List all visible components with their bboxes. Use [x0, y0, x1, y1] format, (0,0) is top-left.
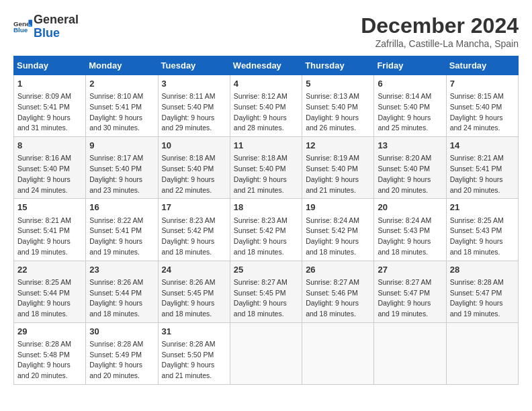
day-info: Sunrise: 8:18 AM Sunset: 5:40 PM Dayligh…	[162, 154, 216, 193]
calendar-cell: 26Sunrise: 8:27 AM Sunset: 5:46 PM Dayli…	[302, 261, 374, 322]
calendar-cell: 8Sunrise: 8:16 AM Sunset: 5:40 PM Daylig…	[14, 137, 86, 199]
day-info: Sunrise: 8:16 AM Sunset: 5:40 PM Dayligh…	[17, 154, 71, 193]
calendar-cell: 23Sunrise: 8:26 AM Sunset: 5:44 PM Dayli…	[86, 261, 158, 322]
calendar-cell	[446, 322, 518, 384]
calendar-cell: 21Sunrise: 8:25 AM Sunset: 5:43 PM Dayli…	[446, 199, 518, 261]
day-number: 7	[450, 78, 515, 90]
week-row-3: 15Sunrise: 8:21 AM Sunset: 5:41 PM Dayli…	[14, 199, 519, 261]
day-info: Sunrise: 8:27 AM Sunset: 5:47 PM Dayligh…	[378, 278, 431, 318]
day-info: Sunrise: 8:19 AM Sunset: 5:40 PM Dayligh…	[306, 154, 359, 193]
calendar-table: SundayMondayTuesdayWednesdayThursdayFrid…	[13, 56, 519, 385]
day-info: Sunrise: 8:28 AM Sunset: 5:49 PM Dayligh…	[89, 340, 143, 379]
calendar-cell: 27Sunrise: 8:27 AM Sunset: 5:47 PM Dayli…	[374, 261, 446, 322]
calendar-cell: 9Sunrise: 8:17 AM Sunset: 5:40 PM Daylig…	[86, 137, 158, 199]
day-number: 4	[234, 78, 298, 90]
location-subtitle: Zafrilla, Castille-La Mancha, Spain	[361, 38, 519, 49]
calendar-cell	[302, 322, 374, 384]
logo-text-line1: General	[34, 13, 79, 27]
calendar-cell	[374, 322, 446, 384]
day-info: Sunrise: 8:13 AM Sunset: 5:40 PM Dayligh…	[306, 92, 359, 132]
calendar-cell: 7Sunrise: 8:15 AM Sunset: 5:40 PM Daylig…	[446, 75, 518, 137]
day-info: Sunrise: 8:23 AM Sunset: 5:42 PM Dayligh…	[162, 216, 216, 256]
calendar-cell: 15Sunrise: 8:21 AM Sunset: 5:41 PM Dayli…	[14, 199, 86, 261]
calendar-cell: 2Sunrise: 8:10 AM Sunset: 5:41 PM Daylig…	[86, 75, 158, 137]
day-number: 18	[234, 201, 298, 214]
day-info: Sunrise: 8:14 AM Sunset: 5:40 PM Dayligh…	[378, 92, 431, 132]
calendar-cell: 12Sunrise: 8:19 AM Sunset: 5:40 PM Dayli…	[302, 137, 374, 199]
logo: General Blue General Blue	[13, 13, 79, 40]
calendar-cell: 31Sunrise: 8:28 AM Sunset: 5:50 PM Dayli…	[158, 322, 230, 384]
header-saturday: Saturday	[446, 56, 518, 75]
svg-text:Blue: Blue	[13, 26, 28, 34]
day-number: 16	[89, 201, 154, 214]
day-info: Sunrise: 8:28 AM Sunset: 5:48 PM Dayligh…	[17, 340, 71, 379]
day-number: 12	[306, 140, 370, 152]
day-info: Sunrise: 8:12 AM Sunset: 5:40 PM Dayligh…	[234, 92, 287, 132]
day-number: 5	[306, 78, 370, 90]
day-number: 20	[378, 201, 442, 214]
day-info: Sunrise: 8:10 AM Sunset: 5:41 PM Dayligh…	[89, 92, 143, 132]
day-number: 19	[306, 201, 370, 214]
day-number: 1	[17, 78, 82, 90]
day-info: Sunrise: 8:09 AM Sunset: 5:41 PM Dayligh…	[17, 92, 71, 132]
day-number: 14	[450, 140, 515, 152]
calendar-cell: 16Sunrise: 8:22 AM Sunset: 5:41 PM Dayli…	[86, 199, 158, 261]
day-info: Sunrise: 8:25 AM Sunset: 5:43 PM Dayligh…	[450, 216, 504, 256]
day-number: 22	[17, 264, 82, 276]
day-number: 23	[89, 264, 154, 276]
calendar-cell: 17Sunrise: 8:23 AM Sunset: 5:42 PM Dayli…	[158, 199, 230, 261]
calendar-cell: 5Sunrise: 8:13 AM Sunset: 5:40 PM Daylig…	[302, 75, 374, 137]
logo-icon: General Blue	[13, 17, 32, 36]
calendar-cell: 1Sunrise: 8:09 AM Sunset: 5:41 PM Daylig…	[14, 75, 86, 137]
week-row-2: 8Sunrise: 8:16 AM Sunset: 5:40 PM Daylig…	[14, 137, 519, 199]
day-info: Sunrise: 8:15 AM Sunset: 5:40 PM Dayligh…	[450, 92, 504, 132]
calendar-cell: 18Sunrise: 8:23 AM Sunset: 5:42 PM Dayli…	[230, 199, 302, 261]
logo-text-line2: Blue	[34, 27, 79, 40]
day-number: 24	[162, 264, 226, 276]
day-number: 3	[162, 78, 226, 90]
day-number: 8	[17, 140, 82, 152]
day-info: Sunrise: 8:24 AM Sunset: 5:42 PM Dayligh…	[306, 216, 359, 256]
week-row-1: 1Sunrise: 8:09 AM Sunset: 5:41 PM Daylig…	[14, 75, 519, 137]
day-info: Sunrise: 8:21 AM Sunset: 5:41 PM Dayligh…	[17, 216, 71, 256]
day-info: Sunrise: 8:28 AM Sunset: 5:47 PM Dayligh…	[450, 278, 504, 318]
day-number: 15	[17, 201, 82, 214]
day-number: 11	[234, 140, 298, 152]
day-number: 29	[17, 326, 82, 338]
day-number: 2	[89, 78, 154, 90]
calendar-cell: 3Sunrise: 8:11 AM Sunset: 5:40 PM Daylig…	[158, 75, 230, 137]
month-title: December 2024	[361, 13, 519, 38]
calendar-cell: 22Sunrise: 8:25 AM Sunset: 5:44 PM Dayli…	[14, 261, 86, 322]
calendar-cell: 20Sunrise: 8:24 AM Sunset: 5:43 PM Dayli…	[374, 199, 446, 261]
day-number: 9	[89, 140, 154, 152]
day-info: Sunrise: 8:11 AM Sunset: 5:40 PM Dayligh…	[162, 92, 216, 132]
day-info: Sunrise: 8:26 AM Sunset: 5:44 PM Dayligh…	[89, 278, 143, 318]
day-info: Sunrise: 8:27 AM Sunset: 5:45 PM Dayligh…	[234, 278, 287, 318]
day-number: 17	[162, 201, 226, 214]
title-block: December 2024 Zafrilla, Castille-La Manc…	[361, 13, 519, 49]
day-number: 6	[378, 78, 442, 90]
week-row-4: 22Sunrise: 8:25 AM Sunset: 5:44 PM Dayli…	[14, 261, 519, 322]
day-number: 21	[450, 201, 515, 214]
calendar-cell	[230, 322, 302, 384]
calendar-cell: 19Sunrise: 8:24 AM Sunset: 5:42 PM Dayli…	[302, 199, 374, 261]
day-info: Sunrise: 8:23 AM Sunset: 5:42 PM Dayligh…	[234, 216, 287, 256]
day-number: 25	[234, 264, 298, 276]
day-number: 26	[306, 264, 370, 276]
day-number: 13	[378, 140, 442, 152]
day-info: Sunrise: 8:20 AM Sunset: 5:40 PM Dayligh…	[378, 154, 431, 193]
calendar-cell: 25Sunrise: 8:27 AM Sunset: 5:45 PM Dayli…	[230, 261, 302, 322]
calendar-cell: 14Sunrise: 8:21 AM Sunset: 5:41 PM Dayli…	[446, 137, 518, 199]
header-thursday: Thursday	[302, 56, 374, 75]
day-info: Sunrise: 8:22 AM Sunset: 5:41 PM Dayligh…	[89, 216, 143, 256]
calendar-cell: 6Sunrise: 8:14 AM Sunset: 5:40 PM Daylig…	[374, 75, 446, 137]
day-number: 30	[89, 326, 154, 338]
calendar-cell: 13Sunrise: 8:20 AM Sunset: 5:40 PM Dayli…	[374, 137, 446, 199]
day-number: 27	[378, 264, 442, 276]
page-header: General Blue General Blue December 2024 …	[13, 13, 519, 49]
calendar-cell: 11Sunrise: 8:18 AM Sunset: 5:40 PM Dayli…	[230, 137, 302, 199]
day-info: Sunrise: 8:25 AM Sunset: 5:44 PM Dayligh…	[17, 278, 71, 318]
week-row-5: 29Sunrise: 8:28 AM Sunset: 5:48 PM Dayli…	[14, 322, 519, 384]
day-number: 10	[162, 140, 226, 152]
day-number: 28	[450, 264, 515, 276]
